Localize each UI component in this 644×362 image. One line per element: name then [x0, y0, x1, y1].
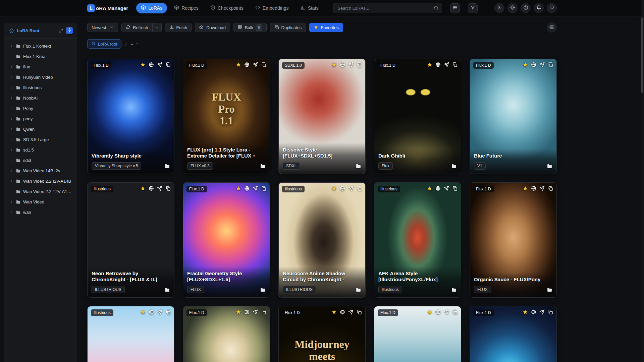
version-badge[interactable]: V1 [474, 162, 486, 170]
nav-loras[interactable]: LoRAs [136, 3, 167, 13]
help-button[interactable] [521, 3, 531, 13]
favorite-star-icon[interactable] [236, 186, 241, 191]
version-badge[interactable]: FLUX [474, 286, 491, 293]
globe-icon[interactable] [244, 309, 250, 315]
nav-embeddings[interactable]: Embeddings [251, 3, 293, 13]
app-logo[interactable]: L oRA Manager [87, 4, 128, 12]
favorites-filter-button[interactable]: Favorites [309, 23, 343, 32]
move-folder-icon[interactable] [547, 287, 552, 293]
copy-icon[interactable] [452, 186, 458, 191]
send-icon[interactable] [539, 62, 545, 67]
copy-icon[interactable] [165, 186, 171, 191]
favorite-star-icon[interactable] [523, 62, 528, 67]
move-folder-icon[interactable] [356, 287, 361, 293]
favorite-star-icon[interactable] [140, 62, 146, 67]
send-icon[interactable] [444, 62, 449, 67]
move-folder-icon[interactable] [547, 163, 552, 169]
lora-card[interactable]: Illustrious [87, 306, 174, 362]
move-folder-icon[interactable] [260, 287, 266, 293]
globe-icon[interactable] [149, 186, 154, 191]
sidebar-root-link[interactable]: LoRA Root [17, 28, 56, 33]
favorite-star-icon[interactable] [427, 309, 432, 315]
sidebar-folder-item[interactable]: Hunyuan Video [6, 72, 75, 82]
refresh-button[interactable]: Refresh [121, 23, 153, 32]
sidebar-folder-item[interactable]: Pony [6, 103, 75, 114]
breadcrumb-current-dropdown[interactable]: -- [130, 42, 139, 47]
favorite-star-icon[interactable] [523, 186, 528, 191]
version-badge[interactable]: FLUX v0.3 [187, 162, 213, 170]
copy-icon[interactable] [548, 309, 553, 315]
send-icon[interactable] [253, 186, 258, 191]
favorite-star-icon[interactable] [427, 62, 432, 67]
lora-card[interactable]: SDXL 1.0Dissolve Style [FLUX+SDXL+SD1.5]… [278, 59, 366, 174]
move-folder-icon[interactable] [260, 163, 266, 169]
copy-icon[interactable] [165, 309, 171, 315]
expand-tree-icon[interactable] [59, 28, 63, 33]
favorite-star-icon[interactable] [427, 186, 432, 191]
send-icon[interactable] [444, 186, 449, 191]
lora-card[interactable]: FLUX Pro 1.1Flux.1 DFLUX [pro] 1.1 Style… [183, 59, 270, 174]
move-folder-icon[interactable] [451, 163, 457, 169]
favorite-star-icon[interactable] [140, 309, 146, 315]
bulk-button[interactable]: Bulk B [233, 23, 267, 32]
version-badge[interactable]: ILLUSTRIOUS [92, 286, 125, 293]
filter-sliders-button[interactable] [450, 3, 460, 13]
globe-icon[interactable] [435, 186, 441, 191]
scrollbar-thumb[interactable] [641, 17, 643, 93]
favorite-star-icon[interactable] [523, 309, 528, 315]
chevron-right-icon[interactable] [10, 65, 13, 69]
keyboard-shortcuts-button[interactable] [547, 22, 557, 33]
sidebar-folder-item[interactable]: Illustrious [6, 82, 75, 93]
copy-icon[interactable] [548, 186, 553, 191]
chevron-right-icon[interactable] [10, 55, 13, 58]
globe-icon[interactable] [244, 186, 250, 191]
send-icon[interactable] [348, 309, 354, 315]
globe-icon[interactable] [149, 62, 154, 67]
sidebar-folder-item[interactable]: flux [6, 62, 75, 72]
pin-sidebar-button[interactable] [66, 27, 73, 35]
chevron-right-icon[interactable] [10, 86, 13, 89]
lora-card[interactable]: Flux.1 D [470, 306, 557, 362]
sidebar-folder-item[interactable]: Wan Video 2.2 T2V-A14B [6, 186, 75, 197]
globe-icon[interactable] [531, 309, 536, 315]
duplicates-button[interactable]: Duplicates [270, 23, 306, 32]
favorite-star-icon[interactable] [236, 309, 241, 315]
chevron-right-icon[interactable] [10, 44, 13, 48]
send-icon[interactable] [157, 309, 162, 315]
move-folder-icon[interactable] [164, 287, 170, 293]
lora-card[interactable]: Flux.1 D [374, 306, 461, 362]
chevron-right-icon[interactable] [10, 75, 13, 79]
copy-icon[interactable] [261, 309, 266, 315]
nav-stats[interactable]: Stats [296, 3, 323, 13]
sidebar-folder-item[interactable]: sd1.5 [6, 145, 75, 155]
favorite-star-icon[interactable] [236, 62, 241, 67]
chevron-right-icon[interactable] [10, 148, 13, 152]
sidebar-folder-item[interactable]: Wan Video 14B t2v [6, 166, 75, 176]
send-icon[interactable] [444, 309, 449, 315]
chevron-right-icon[interactable] [10, 210, 13, 214]
globe-icon[interactable] [435, 309, 441, 315]
search-icon[interactable] [434, 5, 439, 10]
chevron-right-icon[interactable] [10, 159, 13, 162]
move-folder-icon[interactable] [356, 163, 361, 169]
send-icon[interactable] [253, 309, 258, 315]
globe-icon[interactable] [340, 309, 345, 315]
copy-icon[interactable] [452, 309, 458, 315]
sort-select[interactable]: Newest [87, 23, 118, 32]
chevron-right-icon[interactable] [10, 138, 13, 141]
globe-icon[interactable] [531, 62, 536, 67]
send-icon[interactable] [348, 186, 354, 191]
theme-toggle-button[interactable] [494, 3, 504, 13]
favorite-star-icon[interactable] [331, 186, 337, 191]
globe-icon[interactable] [340, 62, 345, 67]
chevron-right-icon[interactable] [10, 117, 13, 121]
sidebar-folder-item[interactable]: Flux.1 Kontext [6, 41, 75, 51]
copy-icon[interactable] [261, 62, 266, 67]
sidebar-folder-item[interactable]: Wan Video [6, 197, 75, 207]
lora-card[interactable]: Flux.1 DBlue FutureV1 [470, 59, 557, 174]
chevron-right-icon[interactable] [10, 107, 13, 110]
version-badge[interactable]: Illustrious [378, 286, 402, 293]
chevron-right-icon[interactable] [10, 127, 13, 131]
sidebar-folder-item[interactable]: Wan Video 2.2 I2V-A14B [6, 176, 75, 186]
lora-card[interactable]: IllustriousAFK Arena Style [Illustrious/… [374, 182, 461, 298]
